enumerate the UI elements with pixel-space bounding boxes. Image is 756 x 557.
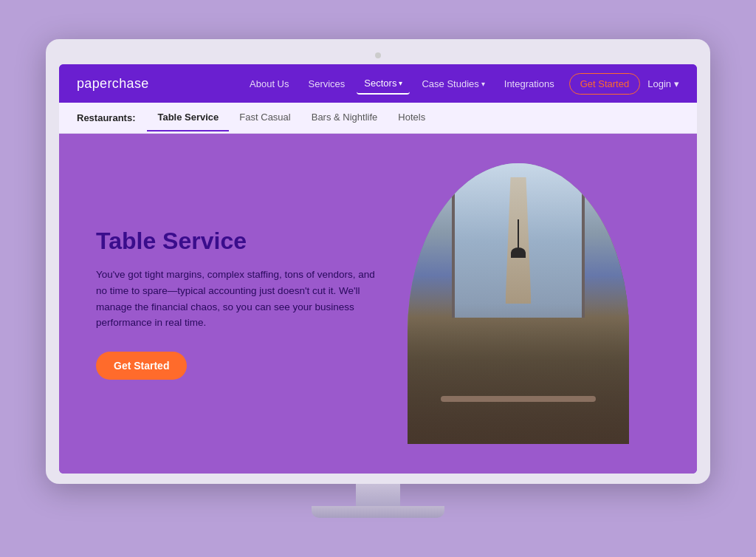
sub-nav-link-fast-casual[interactable]: Fast Casual (229, 104, 300, 130)
monitor-stand-neck (356, 484, 400, 506)
page-description: You've got tight margins, complex staffi… (96, 267, 377, 330)
hero-image-arch (408, 163, 629, 444)
monitor-wrapper: paperchase About Us Services Sectors ▾ (46, 39, 710, 518)
nav-links: About Us Services Sectors ▾ Case Studies (242, 73, 562, 95)
sub-nav-link-hotels[interactable]: Hotels (388, 104, 436, 130)
nav-link-integrations[interactable]: Integrations (497, 74, 562, 94)
chevron-down-icon: ▾ (399, 79, 402, 87)
monitor-stand-base (312, 506, 444, 518)
nav-item-case-studies[interactable]: Case Studies ▾ (414, 74, 492, 94)
nav-link-sectors[interactable]: Sectors ▾ (357, 73, 410, 95)
nav-item-services[interactable]: Services (301, 74, 353, 94)
logo: paperchase (77, 76, 149, 92)
content-left: Table Service You've got tight margins, … (96, 228, 377, 379)
main-content: Table Service You've got tight margins, … (59, 134, 697, 474)
content-right (377, 163, 660, 444)
nav-link-about[interactable]: About Us (242, 74, 296, 94)
camera-area (59, 52, 697, 58)
nav-login-button[interactable]: Login ▾ (647, 78, 679, 89)
sub-nav: Restaurants: Table Service Fast Casual B… (59, 103, 697, 134)
nav-get-started-button[interactable]: Get Started (569, 73, 640, 95)
monitor-body: paperchase About Us Services Sectors ▾ (46, 39, 710, 484)
scene-lamp (511, 247, 526, 258)
chevron-down-icon: ▾ (674, 78, 679, 89)
page-title: Table Service (96, 228, 377, 255)
nav-item-integrations[interactable]: Integrations (497, 74, 562, 94)
sub-nav-item-table-service[interactable]: Table Service (147, 104, 229, 131)
camera-dot (375, 52, 381, 58)
sub-nav-links: Table Service Fast Casual Bars & Nightli… (147, 104, 436, 131)
chevron-down-icon: ▾ (481, 80, 485, 88)
get-started-button[interactable]: Get Started (96, 352, 187, 380)
sub-nav-link-table-service[interactable]: Table Service (147, 104, 229, 131)
sub-nav-item-fast-casual[interactable]: Fast Casual (229, 104, 300, 131)
scene-table (441, 396, 596, 402)
screen: paperchase About Us Services Sectors ▾ (59, 64, 697, 474)
nav-item-about[interactable]: About Us (242, 74, 296, 94)
nav-link-case-studies[interactable]: Case Studies ▾ (414, 74, 492, 94)
nav-link-services[interactable]: Services (301, 74, 353, 94)
sub-nav-section-label: Restaurants: (77, 112, 135, 123)
sub-nav-link-bars-nightlife[interactable]: Bars & Nightlife (301, 104, 388, 130)
scene-people (408, 304, 629, 444)
sub-nav-item-bars-nightlife[interactable]: Bars & Nightlife (301, 104, 388, 131)
hero-image (408, 163, 629, 444)
nav-item-sectors[interactable]: Sectors ▾ (357, 73, 410, 95)
sub-nav-item-hotels[interactable]: Hotels (388, 104, 436, 131)
navbar: paperchase About Us Services Sectors ▾ (59, 64, 697, 103)
